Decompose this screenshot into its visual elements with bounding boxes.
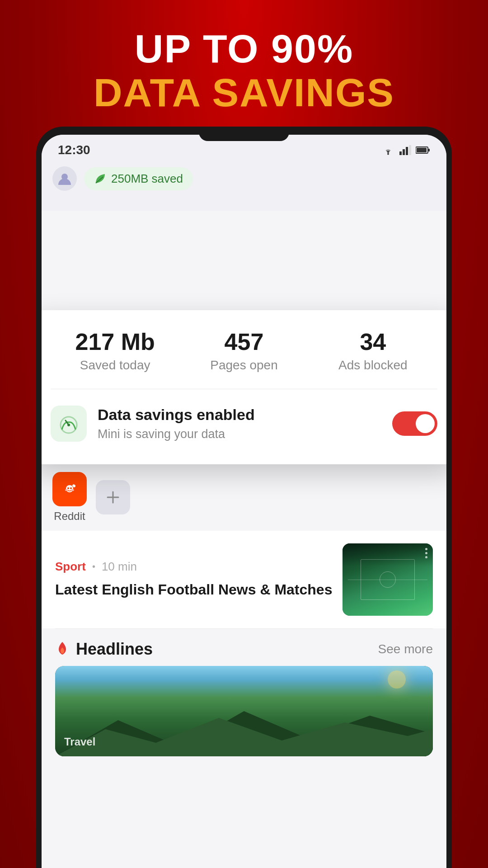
svg-point-0: [387, 153, 389, 155]
svg-rect-1: [399, 151, 402, 155]
phone-frame: 12:30: [36, 127, 452, 868]
header-line2: DATA SAVINGS: [0, 71, 488, 115]
data-savings-row: Data savings enabled Mini is saving your…: [51, 389, 437, 442]
reddit-tab-icon[interactable]: [52, 472, 87, 506]
stat-pages-open: 457 Pages open: [179, 330, 308, 373]
news-text-section: Sport • 10 min Latest English Football N…: [55, 560, 343, 599]
svg-point-14: [67, 487, 69, 489]
stat-saved-value: 217 Mb: [51, 330, 179, 354]
stat-saved-today: 217 Mb Saved today: [51, 330, 179, 373]
svg-rect-7: [428, 149, 430, 151]
leaf-icon: [94, 172, 107, 185]
stat-ads-label: Ads blocked: [309, 358, 437, 373]
status-time: 12:30: [58, 143, 90, 157]
news-time: 10 min: [102, 560, 137, 574]
browser-content: 217 Mb Saved today 457 Pages open 34 Ads…: [42, 211, 446, 868]
reddit-tab-item: Reddit: [52, 472, 87, 523]
data-savings-title: Data savings enabled: [98, 406, 381, 424]
data-saved-text: 250MB saved: [111, 172, 183, 186]
stat-pages-label: Pages open: [179, 358, 308, 373]
status-icons: [381, 145, 430, 155]
stat-ads-blocked: 34 Ads blocked: [309, 330, 437, 373]
wifi-icon: [381, 145, 395, 155]
headlines-header: Headlines See more: [55, 640, 433, 659]
stat-pages-value: 457: [179, 330, 308, 354]
browser-bar: 250MB saved: [42, 162, 446, 195]
speedometer-icon: [57, 412, 80, 435]
svg-rect-2: [403, 149, 405, 155]
stat-saved-label: Saved today: [51, 358, 179, 373]
headlines-title-row: Headlines: [55, 640, 153, 659]
tabs-row: Reddit: [42, 464, 446, 531]
header-section: UP TO 90% DATA SAVINGS: [0, 27, 488, 115]
headline-image-label: Travel: [64, 736, 95, 748]
news-title: Latest English Football News & Matches: [55, 580, 333, 599]
user-icon: [57, 171, 72, 186]
phone-notch: [199, 127, 289, 141]
battery-icon: [416, 146, 430, 154]
data-savings-icon: [51, 406, 87, 442]
stats-row: 217 Mb Saved today 457 Pages open 34 Ads…: [51, 330, 437, 389]
stats-card: 217 Mb Saved today 457 Pages open 34 Ads…: [42, 310, 446, 464]
data-saved-badge[interactable]: 250MB saved: [84, 167, 193, 190]
svg-point-17: [65, 489, 68, 491]
mountain-svg: [55, 702, 433, 756]
news-article[interactable]: Sport • 10 min Latest English Football N…: [42, 531, 446, 628]
data-savings-toggle[interactable]: [392, 411, 437, 436]
reddit-icon: [59, 479, 80, 500]
fire-icon: [55, 641, 70, 657]
svg-point-18: [71, 489, 74, 491]
reddit-label: Reddit: [54, 510, 85, 523]
stat-ads-value: 34: [309, 330, 437, 354]
svg-rect-6: [417, 148, 427, 152]
svg-point-11: [67, 424, 70, 426]
news-category-row: Sport • 10 min: [55, 560, 333, 574]
signal-icon: [399, 145, 411, 155]
add-tab-item: [96, 480, 130, 514]
phone-screen: 12:30: [42, 135, 446, 868]
news-category: Sport: [55, 560, 86, 574]
data-savings-subtitle: Mini is saving your data: [98, 427, 381, 441]
header-line1: UP TO 90%: [0, 27, 488, 71]
add-icon: [105, 489, 121, 505]
add-tab-button[interactable]: [96, 480, 130, 514]
headlines-section: Headlines See more: [42, 629, 446, 764]
data-savings-text: Data savings enabled Mini is saving your…: [87, 406, 392, 441]
avatar[interactable]: [52, 166, 77, 191]
news-time-dot: •: [92, 561, 95, 572]
svg-rect-3: [406, 147, 408, 155]
svg-rect-4: [409, 145, 411, 155]
svg-point-15: [70, 487, 72, 489]
news-image: [343, 543, 433, 616]
headlines-title: Headlines: [76, 640, 153, 659]
headline-image[interactable]: Travel: [55, 666, 433, 756]
see-more-link[interactable]: See more: [378, 642, 433, 656]
toggle-knob: [416, 414, 435, 433]
